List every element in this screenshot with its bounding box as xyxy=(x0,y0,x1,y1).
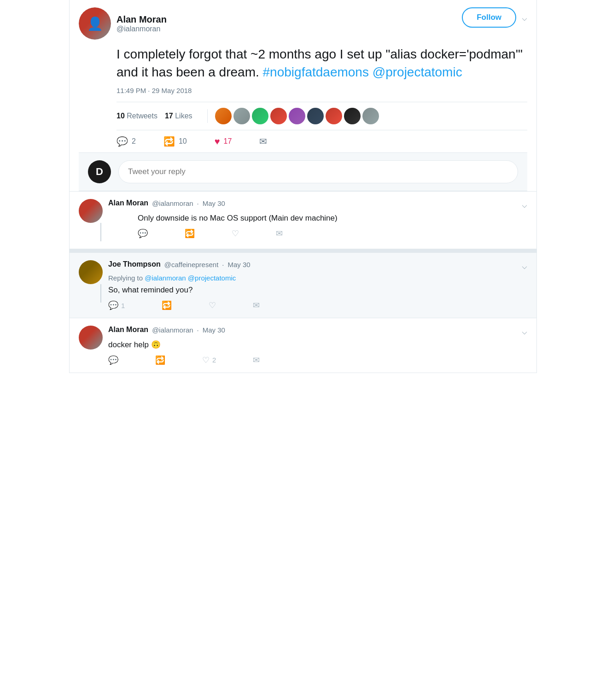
section-separator xyxy=(70,249,536,253)
user-details: Alan Moran @ialanmoran xyxy=(117,14,167,33)
reply-avatar-alan-1[interactable] xyxy=(79,199,103,223)
liker-avatar-8[interactable] xyxy=(344,108,361,124)
liker-avatar-6[interactable] xyxy=(307,108,324,124)
reply-like-action-3[interactable]: ♡ 2 xyxy=(202,355,216,365)
reply-right-header-1: Alan Moran @ialanmoran · May 30 ⌵ xyxy=(108,199,527,210)
reply-left-2 xyxy=(79,260,103,310)
reply-dm-action-2[interactable]: ✉ xyxy=(253,300,260,310)
reply-dot-2: · xyxy=(222,261,224,268)
retweets-label: Retweets xyxy=(127,112,157,120)
reply-retweet-icon-3: 🔁 xyxy=(155,355,165,365)
liker-avatar-7[interactable] xyxy=(326,108,342,124)
tweet-text: I completely forgot that ~2 months ago I… xyxy=(117,45,527,81)
mention-projectatomic[interactable]: @projectatomic xyxy=(373,65,462,79)
like-action[interactable]: ♥ 17 xyxy=(215,136,232,147)
reply-right-header-3: Alan Moran @ialanmoran · May 30 ⌵ xyxy=(108,326,527,337)
reply-count: 2 xyxy=(132,137,136,146)
reply-dm-icon-3: ✉ xyxy=(253,355,260,365)
reply-text-2: So, what reminded you? xyxy=(108,285,527,296)
tweet-container: 👤 Alan Moran @ialanmoran Follow ⌵ I comp… xyxy=(69,0,537,373)
reply-name-row-3: Alan Moran @ialanmoran · May 30 xyxy=(108,326,225,334)
reply-heart-icon-3: ♡ xyxy=(202,355,210,365)
hashtag-nobigfatdaemons[interactable]: #nobigfatdaemons xyxy=(263,65,369,79)
retweets-stat[interactable]: 10 Retweets xyxy=(117,112,157,120)
reply-retweet-icon-2: 🔁 xyxy=(162,300,172,310)
reply-icon: 💬 xyxy=(117,136,128,147)
reply-date-2: May 30 xyxy=(227,261,250,268)
reply-chevron-2[interactable]: ⌵ xyxy=(522,260,527,271)
reply-like-action-1[interactable]: ♡ xyxy=(232,228,239,239)
reply-chevron-1[interactable]: ⌵ xyxy=(522,199,527,210)
reply-retweet-action-1[interactable]: 🔁 xyxy=(185,228,195,239)
reply-dm-action-3[interactable]: ✉ xyxy=(253,355,260,365)
reply-tweet-1: Alan Moran @ialanmoran · May 30 ⌵ Only d… xyxy=(70,192,536,249)
reply-heart-icon-1: ♡ xyxy=(232,228,239,239)
thread-line-2 xyxy=(100,284,101,303)
follow-button[interactable]: Follow xyxy=(462,7,516,28)
reply-reply-icon-3: 💬 xyxy=(108,355,118,365)
heart-icon: ♥ xyxy=(215,136,220,147)
liker-avatar-4[interactable] xyxy=(270,108,287,124)
reply-dm-icon-1: ✉ xyxy=(276,228,283,239)
reply-chevron-3[interactable]: ⌵ xyxy=(522,326,527,337)
reply-box: D xyxy=(79,152,527,191)
dm-action[interactable]: ✉ xyxy=(259,136,267,147)
reply-handle-1[interactable]: @ialanmoran xyxy=(152,199,193,207)
liker-avatar-5[interactable] xyxy=(289,108,305,124)
reply-reply-action-1[interactable]: 💬 xyxy=(138,228,148,239)
likers-avatars xyxy=(215,108,379,124)
retweet-count: 10 xyxy=(179,137,187,146)
reply-name-2[interactable]: Joe Thompson xyxy=(108,260,161,268)
reply-like-action-2[interactable]: ♡ xyxy=(209,300,216,310)
reply-right-header-2: Joe Thompson @caffeinepresent · May 30 ⌵ xyxy=(108,260,527,271)
tweet-actions: 💬 2 🔁 10 ♥ 17 ✉ xyxy=(117,130,527,152)
reply-avatar-alan-2[interactable] xyxy=(79,326,103,350)
liker-avatar-3[interactable] xyxy=(252,108,268,124)
retweet-action[interactable]: 🔁 10 xyxy=(163,136,187,147)
reply-right-2: Joe Thompson @caffeinepresent · May 30 ⌵… xyxy=(108,260,527,310)
reply-dot-3: · xyxy=(197,326,199,334)
likes-count: 17 xyxy=(165,112,173,120)
user-handle[interactable]: @ialanmoran xyxy=(117,25,167,33)
like-count: 17 xyxy=(224,137,232,146)
avatar[interactable]: 👤 xyxy=(79,7,111,40)
reply-handle-2[interactable]: @caffeinepresent xyxy=(164,261,219,268)
dm-icon: ✉ xyxy=(259,136,267,147)
liker-avatar-1[interactable] xyxy=(215,108,232,124)
reply-right-1: Alan Moran @ialanmoran · May 30 ⌵ Only d… xyxy=(108,199,527,241)
reply-avatar-joe[interactable] xyxy=(79,260,103,284)
reply-handle-3[interactable]: @ialanmoran xyxy=(152,326,193,334)
reply-name-1[interactable]: Alan Moran xyxy=(108,199,148,207)
reply-name-3[interactable]: Alan Moran xyxy=(108,326,148,334)
reply-action[interactable]: 💬 2 xyxy=(117,136,136,147)
reply-dot-1: · xyxy=(197,199,199,207)
reply-like-count-3: 2 xyxy=(212,356,216,364)
reply-tweet-2: Joe Thompson @caffeinepresent · May 30 ⌵… xyxy=(70,253,536,318)
reply-actions-2: 💬 1 🔁 ♡ ✉ xyxy=(108,300,527,310)
reply-reply-icon-1: 💬 xyxy=(138,228,148,239)
retweet-icon: 🔁 xyxy=(163,136,175,147)
replying-to: Replying to @ialanmoran @projectatomic xyxy=(108,274,527,282)
reply-actions-1: 💬 🔁 ♡ ✉ xyxy=(138,228,527,239)
reply-dm-action-1[interactable]: ✉ xyxy=(276,228,283,239)
liker-avatar-2[interactable] xyxy=(233,108,250,124)
reply-avatar-letter: D xyxy=(96,166,103,178)
reply-retweet-icon-1: 🔁 xyxy=(185,228,195,239)
reply-actions-3: 💬 🔁 ♡ 2 ✉ xyxy=(108,355,527,365)
reply-retweet-action-3[interactable]: 🔁 xyxy=(155,355,165,365)
thread-line-1 xyxy=(100,223,101,241)
reply-input[interactable] xyxy=(118,160,518,183)
reply-text-1: Only downside is no Mac OS support (Main… xyxy=(138,213,527,224)
liker-avatar-9[interactable] xyxy=(362,108,379,124)
reply-dm-icon-2: ✉ xyxy=(253,300,260,310)
chevron-down-icon[interactable]: ⌵ xyxy=(522,12,527,23)
reply-reply-action-2[interactable]: 💬 1 xyxy=(108,300,125,310)
likes-stat[interactable]: 17 Likes xyxy=(165,112,192,120)
replying-mention-1[interactable]: @ialanmoran xyxy=(145,274,186,282)
likes-label: Likes xyxy=(175,112,192,120)
replying-mention-2[interactable]: @projectatomic xyxy=(188,274,236,282)
user-name[interactable]: Alan Moran xyxy=(117,14,167,25)
tweet-user-info: 👤 Alan Moran @ialanmoran xyxy=(79,7,167,40)
reply-retweet-action-2[interactable]: 🔁 xyxy=(162,300,172,310)
reply-reply-action-3[interactable]: 💬 xyxy=(108,355,118,365)
